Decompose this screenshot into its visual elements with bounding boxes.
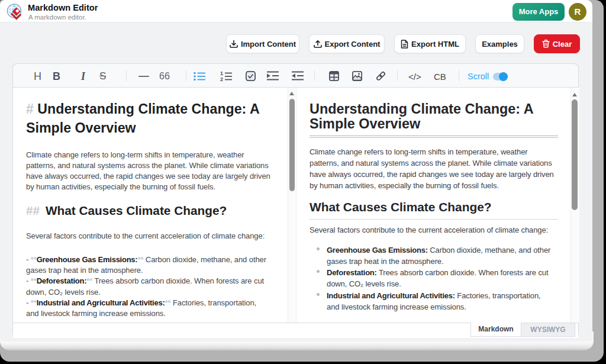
svg-text:2: 2	[220, 76, 223, 82]
svg-text:1: 1	[220, 70, 223, 76]
